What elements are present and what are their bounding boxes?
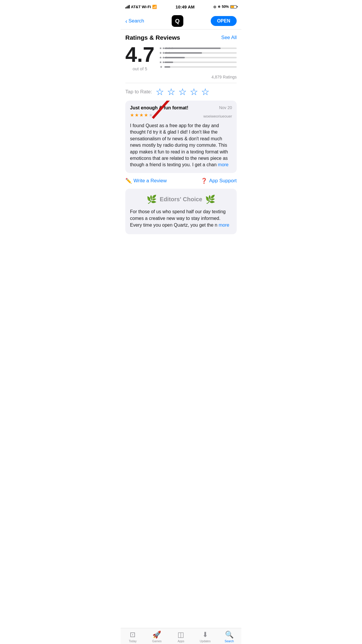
rate-star-4[interactable]: ☆ bbox=[190, 87, 198, 97]
review-scroll: Just enough & fun format! Nov 20 ★ ★ ★ ★… bbox=[121, 101, 241, 173]
back-label: Search bbox=[129, 18, 144, 24]
bar-track-2 bbox=[164, 62, 237, 63]
review-star-1: ★ bbox=[130, 112, 134, 118]
laurel-left-icon: 🌿 bbox=[147, 195, 157, 204]
bar-row-3: ★★★ bbox=[159, 56, 237, 60]
ratings-count: 4,879 Ratings bbox=[121, 75, 241, 83]
bar-label-2: ★★ bbox=[159, 60, 163, 64]
review-body: I found Quest as a free app for the day … bbox=[130, 123, 232, 168]
big-rating-value: 4.7 bbox=[125, 44, 154, 65]
open-button[interactable]: OPEN bbox=[211, 16, 237, 26]
status-right: ◎ ✲ 50% bbox=[213, 5, 237, 9]
review-star-3: ★ bbox=[139, 112, 143, 118]
bar-row-4: ★★★★ bbox=[159, 51, 237, 55]
review-star-5: ★ bbox=[149, 112, 153, 118]
laurel-right-icon: 🌿 bbox=[205, 195, 215, 204]
editors-choice-card: 🌿 Editors' Choice 🌿 For those of us who … bbox=[125, 189, 237, 235]
review-stars: ★ ★ ★ ★ ★ bbox=[130, 112, 153, 118]
bluetooth-icon: ✲ bbox=[218, 5, 220, 9]
chevron-left-icon: ‹ bbox=[125, 18, 127, 24]
bar-label-1: ★ bbox=[159, 65, 163, 69]
battery-icon bbox=[230, 5, 237, 8]
review-author: woeiweoriueouer bbox=[203, 114, 232, 118]
bar-track-3 bbox=[164, 57, 237, 58]
editors-choice-body: For those of us who spend half our day t… bbox=[130, 208, 232, 229]
bar-label-4: ★★★★ bbox=[159, 51, 163, 55]
bar-row-5: ★★★★★ bbox=[159, 46, 237, 50]
rate-star-2[interactable]: ☆ bbox=[167, 87, 175, 97]
rating-summary: 4.7 out of 5 ★★★★★ ★★★★ ★★★ ★★ ★ bbox=[121, 44, 241, 75]
back-button[interactable]: ‹ Search bbox=[125, 18, 144, 24]
bar-track-5 bbox=[164, 48, 237, 49]
rate-stars[interactable]: ☆ ☆ ☆ ☆ ☆ bbox=[156, 87, 210, 97]
rate-star-1[interactable]: ☆ bbox=[156, 87, 164, 97]
ratings-title: Ratings & Reviews bbox=[125, 34, 180, 41]
ratings-header: Ratings & Reviews See All bbox=[121, 29, 241, 44]
app-icon: Q bbox=[172, 15, 183, 27]
review-more-link[interactable]: more bbox=[218, 162, 229, 167]
signal-icon bbox=[125, 5, 130, 8]
see-all-link[interactable]: See All bbox=[221, 35, 237, 41]
editors-more-link[interactable]: more bbox=[219, 223, 229, 228]
bar-row-1: ★ bbox=[159, 65, 237, 69]
write-review-icon: ✏️ bbox=[125, 178, 132, 184]
big-rating-block: 4.7 out of 5 bbox=[125, 44, 154, 71]
app-support-label: App Support bbox=[209, 178, 237, 184]
review-star-2: ★ bbox=[135, 112, 139, 118]
bar-track-4 bbox=[164, 52, 237, 54]
main-content: Ratings & Reviews See All 4.7 out of 5 ★… bbox=[121, 29, 241, 234]
review-title: Just enough & fun format! bbox=[130, 105, 188, 111]
out-of-label: out of 5 bbox=[125, 66, 154, 71]
bar-row-2: ★★ bbox=[159, 60, 237, 64]
review-star-4: ★ bbox=[144, 112, 148, 118]
action-row: ✏️ Write a Review ❓ App Support bbox=[121, 173, 241, 189]
editors-choice-header: 🌿 Editors' Choice 🌿 bbox=[130, 195, 232, 204]
rate-star-5[interactable]: ☆ bbox=[201, 87, 210, 97]
wifi-icon: 📶 bbox=[152, 5, 157, 9]
editors-choice-title: Editors' Choice bbox=[160, 196, 202, 203]
tap-rate-label: Tap to Rate: bbox=[125, 89, 152, 95]
tap-to-rate: Tap to Rate: ☆ ☆ ☆ ☆ ☆ bbox=[121, 83, 241, 101]
star-bars: ★★★★★ ★★★★ ★★★ ★★ ★ bbox=[159, 46, 237, 69]
bar-label-5: ★★★★★ bbox=[159, 46, 163, 50]
app-support-icon: ❓ bbox=[201, 178, 207, 184]
rate-star-3[interactable]: ☆ bbox=[178, 87, 187, 97]
review-card: Just enough & fun format! Nov 20 ★ ★ ★ ★… bbox=[125, 101, 237, 173]
time-display: 10:49 AM bbox=[175, 4, 194, 9]
bar-track-1 bbox=[164, 66, 237, 68]
location-icon: ◎ bbox=[213, 5, 216, 9]
battery-label: 50% bbox=[222, 5, 229, 9]
carrier-signal: AT&T Wi-Fi 📶 bbox=[125, 5, 157, 9]
review-header: Just enough & fun format! Nov 20 bbox=[130, 105, 232, 111]
write-review-label: Write a Review bbox=[133, 178, 167, 184]
write-review-link[interactable]: ✏️ Write a Review bbox=[125, 178, 167, 184]
status-bar: AT&T Wi-Fi 📶 10:49 AM ◎ ✲ 50% bbox=[121, 0, 241, 13]
carrier-label: AT&T Wi-Fi bbox=[131, 5, 151, 9]
nav-bar: ‹ Search Q OPEN bbox=[121, 13, 241, 29]
app-support-link[interactable]: ❓ App Support bbox=[201, 178, 237, 184]
app-initial: Q bbox=[175, 18, 180, 24]
bar-label-3: ★★★ bbox=[159, 56, 163, 60]
review-date: Nov 20 bbox=[219, 105, 232, 110]
